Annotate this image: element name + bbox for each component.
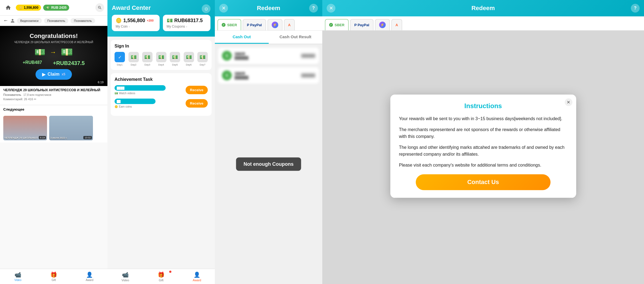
coin-chevron: › <box>129 25 130 28</box>
day-2-box: 💵 <box>128 52 139 62</box>
day-connector-4 <box>168 57 168 57</box>
day-3-box: 💵 <box>142 52 153 62</box>
sub-header: ← Видеозаписи Познаватель Познаватель <box>0 16 107 26</box>
award-nav-icon: 👤 <box>86 271 93 278</box>
task-1-bar: ████ <box>115 85 166 91</box>
congrats-overlay: Congratulations! ЧЕЛЛЕНДЖ 29 ШКОЛЬНЫХ АН… <box>0 26 107 86</box>
panel-instructions: ✕ Redeem ? ✓ SBER P PayPal ⚡ A ✕ Instruc… <box>322 0 644 284</box>
panel-4-payment-tabs: ✓ SBER P PayPal ⚡ A <box>322 16 644 31</box>
day-connector-6 <box>196 57 196 57</box>
sber-option-icon: S <box>222 51 232 61</box>
panel4-tab-sber[interactable]: ✓ SBER <box>325 19 349 30</box>
back-button[interactable]: ← <box>3 18 8 23</box>
tag-pill-2[interactable]: Познаватель <box>44 18 69 23</box>
modal-close-button[interactable]: ✕ <box>565 98 572 106</box>
home-button[interactable] <box>3 3 13 13</box>
settings-icon[interactable]: ⊙ <box>202 4 210 13</box>
tab-cash-out-result[interactable]: Cash Out Result <box>269 31 323 44</box>
task-2-claim-button[interactable]: Receive <box>186 99 208 108</box>
money-amount: RUB 2435 <box>51 6 66 10</box>
task-2-progress: ██ 🪙 Earn coins <box>115 99 183 108</box>
contact-us-button[interactable]: Contact Us <box>416 174 551 190</box>
bottom-nav: 📹 Video 🎁 Gift 👤 Award <box>0 269 107 284</box>
option-2-name: SBER <box>235 71 298 76</box>
panel4-tab-paypal[interactable]: P PayPal <box>350 19 373 30</box>
payment-tab-sber[interactable]: ✓ SBER <box>218 19 241 30</box>
payment-tab-messenger[interactable]: ⚡ <box>268 19 282 30</box>
coupon-label: My Coupons › <box>167 25 207 28</box>
next-video-1[interactable]: ЧЕЛЛЕНДЖ 29 ШКОЛЬНЫХ 6:19 <box>3 116 47 140</box>
arrow-icon: → <box>50 48 56 56</box>
day-6-box: 💵 <box>184 52 194 62</box>
day-1[interactable]: ✓ Day1 <box>115 52 125 66</box>
redeem-option-2[interactable]: S SBER ██████ ██████ <box>218 67 319 84</box>
panel4-close-button[interactable]: ✕ <box>327 4 335 13</box>
award-nav-video[interactable]: 📹 Video <box>107 269 143 284</box>
modal-para-4: Please visit each company's website for … <box>399 162 567 169</box>
panel-youtube: 🪙 1,556,800 💵 RUB 2435 ← Видеозаписи Поз… <box>0 0 107 284</box>
day-connector-2 <box>140 57 141 57</box>
option-1-info: SBER ██████ <box>235 52 298 60</box>
panel4-tab-ali[interactable]: A <box>391 19 402 30</box>
award-bottom-nav: 📹 Video 🎁 Gift 👤 Award <box>107 269 215 284</box>
sign-in-title: Sign In <box>115 44 208 49</box>
panel-redeem: ✕ Redeem ? ✓ SBER P PayPal ⚡ A Cash Out … <box>215 0 322 284</box>
panel-4-header: ✕ Redeem ? <box>322 0 644 16</box>
reward-big: +RUB2437.5 <box>53 60 85 66</box>
day-6[interactable]: 💵 Day6 <box>184 52 194 66</box>
day-3[interactable]: 💵 Day3 <box>142 52 153 66</box>
channel-row: Познаватель 17,8 млн подписчиков <box>3 93 104 96</box>
redeem-option-1[interactable]: S SBER ██████ ██████ <box>218 48 319 64</box>
nav-gift[interactable]: 🎁 Gift <box>36 269 72 284</box>
nav-award[interactable]: 👤 Award <box>72 269 107 284</box>
award-nav-gift[interactable]: 🎁 Gift <box>143 269 179 284</box>
nav-video-label: Video <box>14 279 21 282</box>
day-connector-1 <box>127 57 127 57</box>
coupon-balance-card[interactable]: 💵 RUB68317.5 My Coupons › <box>163 15 211 31</box>
claim-button[interactable]: ▶ Claim x5 <box>36 69 72 80</box>
panel4-help-button[interactable]: ? <box>631 4 640 13</box>
sub-count: 17,8 млн подписчиков <box>24 93 51 96</box>
panel4-tab-messenger[interactable]: ⚡ <box>375 19 390 30</box>
payment-tab-paypal[interactable]: P PayPal <box>243 19 266 30</box>
panel-award-center: Award Center ⊙ 🪙 1,556,800 +200 My Coin … <box>107 0 215 284</box>
big-money-icon: 💵 <box>61 46 73 58</box>
achievement-title: Achievement Task <box>115 77 208 82</box>
coin-badge: 🪙 1,556,800 <box>16 5 41 11</box>
payment-tab-ali[interactable]: A <box>284 19 295 30</box>
award-balances: 🪙 1,556,800 +200 My Coin › 💵 RUB68317.5 … <box>112 15 210 31</box>
nav-video[interactable]: 📹 Video <box>0 269 36 284</box>
youtube-header: 🪙 1,556,800 💵 RUB 2435 <box>0 0 107 16</box>
award-title: Award Center <box>112 4 210 11</box>
panel4-messenger-icon: ⚡ <box>379 22 386 28</box>
coin-label: My Coin › <box>116 25 156 28</box>
task-2-bar: ██ <box>115 99 156 104</box>
video-title: ЧЕЛЛЕНДЖ 29 ШКОЛЬНЫХ АНТИСТРЕССОВ И ЖЕЛЕ… <box>3 88 104 92</box>
sber-check-icon: ✓ <box>222 23 226 27</box>
day-2[interactable]: 💵 Day2 <box>128 52 139 66</box>
coin-balance-card[interactable]: 🪙 1,556,800 +200 My Coin › <box>112 15 160 31</box>
tab-cash-out[interactable]: Cash Out <box>215 31 269 44</box>
task-2-sub: 🪙 Earn coins <box>115 105 183 108</box>
day-4-box: 💵 <box>156 52 166 62</box>
coupon-balance-amount: 💵 RUB68317.5 <box>167 17 207 23</box>
sber-option-icon-2: S <box>222 70 232 80</box>
redeem-header: ✕ Redeem ? <box>215 0 322 16</box>
task-1-claim-button[interactable]: Receive <box>186 86 208 94</box>
tag-pill-1[interactable]: Видеозаписи <box>17 18 42 23</box>
instructions-modal: ✕ Instructions Your rewards will be sent… <box>390 94 576 198</box>
day-7[interactable]: 💵 Day7 <box>197 52 208 66</box>
redeem-close-button[interactable]: ✕ <box>219 4 228 13</box>
panel4-title: Redeem <box>472 5 495 12</box>
search-button[interactable] <box>95 3 104 12</box>
day-4[interactable]: 💵 Day4 <box>156 52 166 66</box>
tag-pill-3[interactable]: Познаватель <box>71 18 95 23</box>
award-nav-award[interactable]: 👤 Award <box>179 269 215 284</box>
congrats-title: Congratulations! <box>30 32 78 40</box>
day-5[interactable]: 💵 Day5 <box>170 52 180 66</box>
coupon-amount-val: RUB68317.5 <box>174 18 203 23</box>
redeem-content: S SBER ██████ ██████ S SBER ██████ █████… <box>215 44 322 284</box>
redeem-help-button[interactable]: ? <box>309 4 318 13</box>
next-video-2[interactable]: 3 июля 2022 г. 10:02 <box>49 116 93 140</box>
award-nav-video-label: Video <box>122 279 129 282</box>
